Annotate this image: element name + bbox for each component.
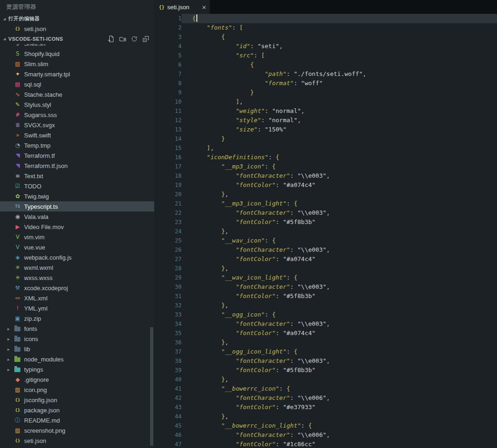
line-number: 31 <box>154 292 182 301</box>
section-header-project[interactable]: ◢ VSCODE-SETI-ICONS <box>0 34 154 44</box>
project-name-label: VSCODE-SETI-ICONS <box>8 36 63 42</box>
code-line: 23 "fontColor": "#5f8b3b" <box>154 218 497 227</box>
tree-item-folder[interactable]: ▸icons <box>0 334 154 344</box>
tree-item-file[interactable]: ✿Twig.twig <box>0 191 154 201</box>
code-editor[interactable]: 1{2 "fonts": [3 {4 "id": "seti",5 "src":… <box>154 14 497 448</box>
line-number: 36 <box>154 338 182 347</box>
section-header-open-editors[interactable]: ◢ 打开的编辑器 <box>0 14 154 24</box>
editor-pane: {} seti.json × 1{2 "fonts": [3 {4 "id": … <box>154 0 497 448</box>
tree-item-file[interactable]: {}seti.json <box>0 436 154 446</box>
tree-item-file[interactable]: ▣zip.zip <box>0 313 154 324</box>
code-text: "weight": "normal", <box>182 106 497 116</box>
code-text: "__ogg_icon": { <box>182 310 497 319</box>
tree-item-file[interactable]: Vvue.vue <box>0 242 154 252</box>
line-number: 37 <box>154 347 182 356</box>
code-line: 29 "__wav_icon_light": { <box>154 273 497 282</box>
sugarss-icon: # <box>14 111 21 118</box>
wxml-icon: ✳ <box>14 264 21 271</box>
tree-item-file[interactable]: ✎Stylus.styl <box>0 100 154 110</box>
tree-item-file[interactable]: #Sugarss.sss <box>0 110 154 120</box>
file-name-label: Typescript.ts <box>24 203 58 210</box>
refresh-button[interactable] <box>131 35 138 43</box>
tree-item-file[interactable]: ≣SVGX.svgx <box>0 120 154 130</box>
file-name-label: Stylus.styl <box>24 101 51 108</box>
code-text: "fontCharacter": "\\e003", <box>182 171 497 180</box>
new-file-icon <box>107 35 115 43</box>
tree-item-file[interactable]: $Shell.sh <box>0 44 154 49</box>
tree-item-file[interactable]: <>XML.xml <box>0 293 154 303</box>
tree-item-file[interactable]: ▨icon.png <box>0 385 154 395</box>
tree-item-file[interactable]: {}jsconfig.json <box>0 395 154 405</box>
tree-item-file[interactable]: ✳wxml.wxml <box>0 262 154 273</box>
code-text: } <box>182 88 497 97</box>
new-folder-button[interactable] <box>119 35 126 43</box>
file-name-label: Twig.twig <box>24 193 49 200</box>
tree-item-file[interactable]: ▧Slim.slim <box>0 59 154 69</box>
code-text: "fontColor": "#5f8b3b" <box>182 292 497 301</box>
code-line: 37 "__ogg_icon_light": { <box>154 347 497 356</box>
code-text: "__bowerrc_icon": { <box>182 384 497 393</box>
tree-item-file[interactable]: ☑TODO <box>0 181 154 191</box>
tree-item-file[interactable]: ≡Text.txt <box>0 171 154 181</box>
new-file-button[interactable] <box>107 35 115 43</box>
tree-item-file[interactable]: ◔Temp.tmp <box>0 140 154 150</box>
code-text: }, <box>182 301 497 310</box>
tree-item-file[interactable]: ◆.gitignore <box>0 374 154 385</box>
tree-item-file[interactable]: Vvim.vim <box>0 232 154 242</box>
collapse-all-button[interactable] <box>142 35 150 43</box>
tree-item-file[interactable]: ▨screenshot.png <box>0 425 154 436</box>
tree-item-folder[interactable]: ▸fonts <box>0 324 154 334</box>
tree-item-file[interactable]: ⓘREADME.md <box>0 415 154 425</box>
tree-item-folder[interactable]: ▸typings <box>0 364 154 374</box>
tree-item-file[interactable]: ▤sql.sql <box>0 79 154 89</box>
tree-item-file[interactable]: {}package.json <box>0 405 154 415</box>
tab-seti-json[interactable]: {} seti.json × <box>154 0 210 14</box>
tree-item-file[interactable]: ◥Terraform.tf <box>0 150 154 161</box>
file-name-label: Slim.slim <box>24 61 48 68</box>
code-text: "fontColor": "#a074c4" <box>182 329 497 338</box>
code-text: "fontColor": "#5f8b3b" <box>182 218 497 227</box>
tree-item-file[interactable]: ✳wxss.wxss <box>0 273 154 283</box>
file-name-label: icon.png <box>24 386 47 393</box>
file-name-label: Temp.tmp <box>24 142 50 149</box>
section-expanded-twisty-icon: ◢ <box>3 37 8 41</box>
line-number: 17 <box>154 162 182 171</box>
tree-item-file[interactable]: ⚒xcode.xcodeproj <box>0 283 154 293</box>
file-name-label: xcode.xcodeproj <box>24 285 68 292</box>
tree-item-file[interactable]: ▶Video File.mov <box>0 222 154 232</box>
open-editor-item[interactable]: {} seti.json <box>0 24 154 34</box>
tree-item-file[interactable]: !YML.yml <box>0 303 154 313</box>
code-text: "fontColor": "#a074c4" <box>182 180 497 190</box>
refresh-icon <box>131 35 138 43</box>
file-name-label: wxml.wxml <box>24 264 53 271</box>
tree-item-file[interactable]: »Swift.swift <box>0 130 154 140</box>
code-text: "__bowerrc_icon_light": { <box>182 421 497 430</box>
file-name-label: vue.vue <box>24 244 45 251</box>
tree-item-file[interactable]: SShopify.liquid <box>0 49 154 59</box>
tree-item-file[interactable]: ✦Smarty.smarty.tpl <box>0 69 154 79</box>
text-cursor <box>196 14 197 22</box>
tree-item-file[interactable]: ◈webpack.config.js <box>0 252 154 262</box>
tree-item-file[interactable]: ◥Terraform.tf.json <box>0 161 154 171</box>
code-text: }, <box>182 264 497 273</box>
line-number: 27 <box>154 255 182 264</box>
code-text: "fontCharacter": "\\e003", <box>182 356 497 366</box>
code-text: "__wav_icon_light": { <box>182 273 497 282</box>
line-number: 41 <box>154 384 182 393</box>
code-line: 33 "__ogg_icon": { <box>154 310 497 319</box>
code-line: 22 "fontCharacter": "\\e003", <box>154 208 497 218</box>
tab-close-icon[interactable]: × <box>202 4 206 11</box>
tree-item-file[interactable]: ◉Vala.vala <box>0 212 154 222</box>
code-line: 39 "fontColor": "#5f8b3b" <box>154 366 497 375</box>
sidebar-scrollbar-thumb[interactable] <box>150 327 153 446</box>
folder-icon <box>14 347 20 352</box>
tree-item-file[interactable]: ∿Stache.stache <box>0 89 154 100</box>
tree-item-folder[interactable]: ▸node_modules <box>0 354 154 364</box>
tree-item-folder[interactable]: ▸lib <box>0 344 154 354</box>
line-number: 30 <box>154 282 182 292</box>
file-name-label: Stache.stache <box>24 91 62 98</box>
code-line: 45 "__bowerrc_icon_light": { <box>154 421 497 430</box>
tree-item-file[interactable]: TSTypescript.ts <box>0 201 154 212</box>
code-text: "fontColor": "#e37933" <box>182 403 497 412</box>
folder-icon <box>14 367 20 372</box>
